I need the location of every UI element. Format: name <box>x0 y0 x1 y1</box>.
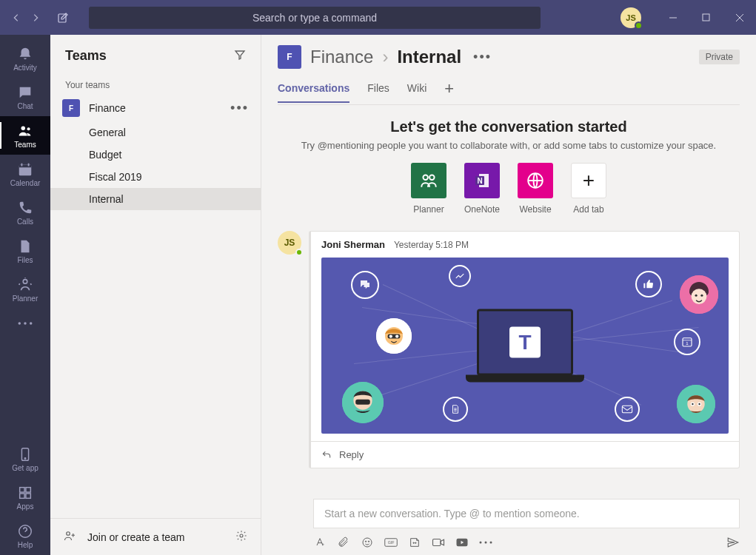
svg-point-2 <box>21 126 26 130</box>
rail-activity[interactable]: Activity <box>0 39 50 78</box>
nav-back[interactable] <box>9 10 24 25</box>
stream-icon[interactable] <box>455 537 469 548</box>
nav-forward[interactable] <box>28 10 43 25</box>
channel-budget[interactable]: Budget <box>50 144 261 166</box>
svg-point-45 <box>698 403 700 405</box>
send-icon[interactable] <box>726 536 740 549</box>
tab-suggestion-onenote[interactable]: NOneNote <box>464 163 500 215</box>
tab-suggestion-planner[interactable]: Planner <box>411 163 446 215</box>
compose-area: GIF <box>313 499 740 549</box>
rail-more[interactable] <box>0 309 50 338</box>
avatar-illustration <box>677 385 715 423</box>
rail-calendar[interactable]: Calendar <box>0 155 50 193</box>
main-content: F Finance › Internal ••• Private Convers… <box>261 35 756 555</box>
svg-point-44 <box>692 403 693 405</box>
pane-title: Teams <box>65 48 107 64</box>
svg-point-27 <box>695 295 698 297</box>
attach-icon[interactable] <box>337 536 350 548</box>
compose-icon[interactable] <box>52 12 74 24</box>
svg-text:N: N <box>477 177 482 185</box>
reply-icon <box>321 450 332 460</box>
svg-rect-12 <box>20 487 24 491</box>
titlebar: JS <box>0 0 756 35</box>
rail-teams[interactable]: Teams <box>0 116 50 155</box>
add-tab-button[interactable]: + <box>444 79 454 104</box>
svg-point-57 <box>490 542 492 544</box>
channel-internal[interactable]: Internal <box>50 188 261 210</box>
svg-point-28 <box>700 295 703 297</box>
hero-subtitle: Try @mentioning people you want to colla… <box>278 140 740 151</box>
rail-apps[interactable]: Apps <box>0 478 50 517</box>
meetnow-icon[interactable] <box>432 537 445 548</box>
channel-more-icon[interactable]: ••• <box>473 50 492 65</box>
rail-chat[interactable]: Chat <box>0 78 50 116</box>
svg-point-52 <box>415 542 416 543</box>
svg-point-32 <box>389 334 392 337</box>
rail-files[interactable]: Files <box>0 232 50 270</box>
svg-point-48 <box>368 541 369 542</box>
rail-getapp[interactable]: Get app <box>0 440 50 478</box>
calendar-icon: 1 <box>674 329 700 355</box>
gif-icon[interactable]: GIF <box>384 537 398 548</box>
window-maximize[interactable] <box>689 0 723 35</box>
onenote-icon: N <box>464 163 500 198</box>
gear-icon[interactable] <box>235 530 247 544</box>
svg-point-18 <box>240 534 243 537</box>
svg-point-51 <box>413 542 414 543</box>
svg-point-56 <box>485 542 487 544</box>
chat-bubble-icon <box>351 271 379 299</box>
svg-point-19 <box>423 175 428 180</box>
tab-suggestion-add[interactable]: +Add tab <box>571 163 606 215</box>
more-icon[interactable] <box>479 541 492 544</box>
window-close[interactable] <box>723 0 756 35</box>
format-icon[interactable] <box>313 536 327 548</box>
channel-fiscal-2019[interactable]: Fiscal 2019 <box>50 166 261 188</box>
svg-point-47 <box>365 541 366 542</box>
svg-point-3 <box>27 127 30 130</box>
rail-planner[interactable]: Planner <box>0 270 50 309</box>
window-minimize[interactable] <box>656 0 689 35</box>
join-team-label[interactable]: Join or create a team <box>87 531 185 543</box>
document-icon <box>443 397 468 422</box>
private-badge: Private <box>699 50 740 64</box>
svg-point-33 <box>395 334 398 337</box>
svg-point-7 <box>19 322 21 325</box>
channel-general[interactable]: General <box>50 121 261 144</box>
search-input[interactable] <box>89 7 541 29</box>
avatar-illustration <box>680 275 718 314</box>
message-image[interactable]: T 1 <box>321 258 729 434</box>
empty-state: Let's get the conversation started Try @… <box>278 118 740 215</box>
hero-title: Let's get the conversation started <box>278 118 740 135</box>
filter-icon[interactable] <box>234 49 246 64</box>
svg-point-9 <box>30 322 33 325</box>
svg-point-6 <box>23 279 27 283</box>
emoji-icon[interactable] <box>361 536 374 548</box>
join-team-icon[interactable] <box>64 529 77 545</box>
user-avatar[interactable]: JS <box>620 7 641 28</box>
breadcrumb-channel: Internal <box>397 47 461 67</box>
tab-wiki[interactable]: Wiki <box>407 82 426 101</box>
reply-button[interactable]: Reply <box>311 441 739 468</box>
team-row[interactable]: F Finance ••• <box>50 95 261 121</box>
presence-available-icon <box>635 21 643 30</box>
message-avatar[interactable]: JS <box>278 231 301 255</box>
your-teams-label: Your teams <box>50 70 261 95</box>
sticker-icon[interactable] <box>408 536 421 548</box>
avatar-illustration <box>342 382 384 423</box>
compose-input[interactable] <box>313 499 740 528</box>
svg-point-55 <box>480 542 482 544</box>
rail-help[interactable]: Help <box>0 517 50 555</box>
svg-rect-1 <box>703 14 709 21</box>
svg-point-8 <box>24 322 27 325</box>
team-tile-icon: F <box>62 99 80 117</box>
breadcrumb-team[interactable]: Finance <box>310 47 373 67</box>
rail-calls[interactable]: Calls <box>0 193 50 232</box>
tab-conversations[interactable]: Conversations <box>278 82 349 103</box>
svg-rect-39 <box>622 406 632 412</box>
svg-rect-14 <box>20 493 24 497</box>
message-author[interactable]: Joni Sherman <box>321 239 385 250</box>
tab-suggestion-website[interactable]: Website <box>518 163 553 215</box>
tab-files[interactable]: Files <box>367 82 389 101</box>
laptop-illustration: T <box>477 309 573 383</box>
message-timestamp: Yesterday 5:18 PM <box>394 240 469 250</box>
